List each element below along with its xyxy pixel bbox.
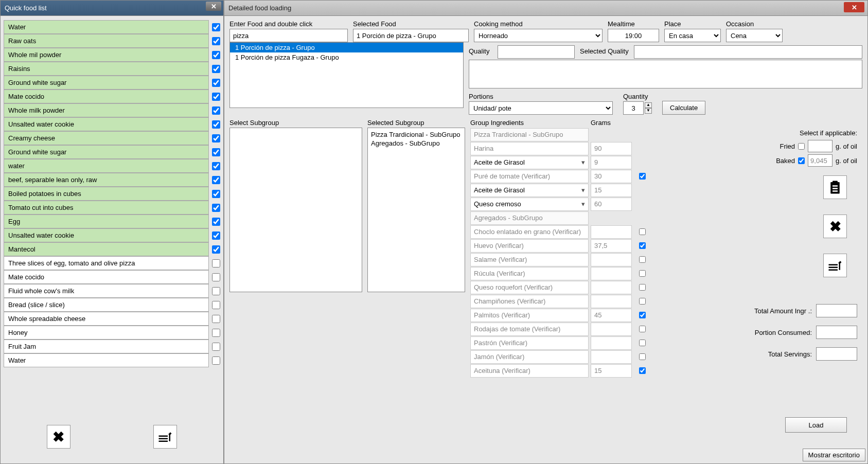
search-results-list[interactable]: 1 Porción de pizza - Grupo1 Porción de p… (229, 42, 464, 108)
select-subgroup-list[interactable] (229, 128, 362, 292)
clear-button[interactable] (823, 254, 847, 277)
food-item[interactable]: Raw oats (4, 34, 209, 48)
delete-button[interactable]: ✖ (47, 425, 70, 449)
search-result-item[interactable]: 1 Porción de pizza Fugaza - Grupo (230, 52, 463, 62)
cooking-select[interactable]: Horneado (474, 29, 603, 42)
food-item[interactable]: Water (4, 353, 209, 367)
food-checkbox[interactable] (212, 329, 220, 337)
food-checkbox[interactable] (212, 23, 220, 31)
food-item[interactable]: Whole milk powder (4, 103, 209, 117)
food-checkbox[interactable] (212, 93, 220, 101)
portion-consumed-field[interactable] (816, 326, 857, 339)
quantity-stepper[interactable] (623, 101, 644, 115)
ingredient-checkbox[interactable] (639, 367, 646, 374)
food-checkbox[interactable] (212, 106, 220, 115)
food-checkbox[interactable] (212, 148, 220, 156)
food-item[interactable]: Honey (4, 326, 209, 340)
food-checkbox[interactable] (212, 231, 220, 240)
food-checkbox[interactable] (212, 218, 220, 226)
food-item[interactable]: Creamy cheese (4, 131, 209, 145)
food-checkbox[interactable] (212, 343, 220, 351)
fried-checkbox[interactable] (798, 143, 805, 150)
show-desktop-button[interactable]: Mostrar escritorio (803, 449, 865, 461)
food-item[interactable]: Fruit Jam (4, 340, 209, 353)
ingredient-grams[interactable] (591, 336, 632, 350)
food-checkbox[interactable] (212, 51, 220, 59)
food-checkbox[interactable] (212, 65, 220, 73)
food-checkbox[interactable] (212, 245, 220, 254)
remove-button[interactable]: ✖ (823, 215, 847, 238)
food-item[interactable]: beef, separable lean only, raw (4, 173, 209, 187)
ingredient-checkbox[interactable] (639, 312, 646, 318)
ingredient-checkbox[interactable] (639, 284, 646, 291)
ingredient-grams[interactable] (591, 253, 632, 266)
food-checkbox[interactable] (212, 162, 220, 170)
food-checkbox[interactable] (212, 120, 220, 129)
ingredient-checkbox[interactable] (639, 340, 646, 346)
total-amount-field[interactable] (816, 304, 857, 317)
subgroup-item[interactable]: Agregados - SubGrupo (371, 139, 462, 148)
food-item[interactable]: Mate cocido (4, 270, 209, 284)
search-input[interactable] (229, 29, 348, 42)
ingredient-grams[interactable]: 90 (591, 142, 632, 155)
close-icon[interactable]: ✕ (206, 2, 221, 11)
load-button[interactable]: Load (785, 417, 847, 433)
food-item[interactable]: Whole mil powder (4, 48, 209, 62)
ingredient-checkbox[interactable] (639, 326, 646, 332)
food-checkbox[interactable] (212, 356, 220, 365)
food-item[interactable]: Bread (slice / slice) (4, 298, 209, 312)
ingredient-grams[interactable]: 15 (591, 184, 632, 197)
fried-oil-input[interactable] (808, 140, 832, 152)
mealtime-field[interactable] (608, 29, 659, 42)
occasion-select[interactable]: Cena (726, 29, 783, 42)
close-icon[interactable]: ✕ (844, 2, 864, 12)
calculate-button[interactable]: Calculate (662, 101, 705, 115)
ingredient-checkbox[interactable] (639, 173, 646, 180)
food-checkbox[interactable] (212, 190, 220, 198)
food-item[interactable]: Boiled potatoes in cubes (4, 187, 209, 201)
ingredient-checkbox[interactable] (639, 270, 646, 277)
food-item[interactable]: Unsalted water cookie (4, 228, 209, 242)
food-checkbox[interactable] (212, 204, 220, 212)
selected-food-field[interactable] (353, 29, 469, 42)
food-checkbox[interactable] (212, 301, 220, 309)
food-item[interactable]: Fluid whole cow's milk (4, 284, 209, 298)
food-item[interactable]: Egg (4, 215, 209, 228)
food-item[interactable]: Mate cocido (4, 90, 209, 103)
clipboard-button[interactable] (823, 175, 847, 199)
baked-checkbox[interactable] (798, 157, 805, 164)
food-item[interactable]: Ground white sugar (4, 145, 209, 159)
food-item[interactable]: Mantecol (4, 242, 209, 256)
ingredient-checkbox[interactable] (639, 228, 646, 235)
selected-subgroup-list[interactable]: Pizza Trardicional - SubGrupoAgregados -… (367, 128, 465, 292)
ingredient-grams[interactable]: 60 (591, 198, 632, 211)
food-checkbox[interactable] (212, 37, 220, 45)
ingredient-checkbox[interactable] (639, 242, 646, 249)
ingredient-grams[interactable]: 9 (591, 156, 632, 169)
food-item[interactable]: Tomato cut into cubes (4, 201, 209, 215)
spin-down-button[interactable]: ▼ (645, 108, 652, 114)
food-checkbox[interactable] (212, 134, 220, 142)
food-checkbox[interactable] (212, 79, 220, 87)
ingredient-grams[interactable] (591, 295, 632, 308)
ingredient-grams[interactable] (591, 323, 632, 336)
food-checkbox[interactable] (212, 176, 220, 184)
ingredient-grams[interactable]: 30 (591, 170, 632, 183)
food-item[interactable]: Three slices of egg, tomato and olive pi… (4, 256, 209, 270)
place-select[interactable]: En casa (664, 29, 721, 42)
food-checkbox[interactable] (212, 287, 220, 295)
ingredient-checkbox[interactable] (639, 298, 646, 305)
ingredient-checkbox[interactable] (639, 256, 646, 263)
sel-quality-field[interactable] (634, 45, 862, 59)
ingredient-grams[interactable]: 45 (591, 309, 632, 322)
food-checkbox[interactable] (212, 259, 220, 267)
ingredient-grams[interactable] (591, 267, 632, 280)
spin-up-button[interactable]: ▲ (645, 102, 652, 108)
subgroup-item[interactable]: Pizza Trardicional - SubGrupo (371, 130, 462, 139)
food-item[interactable]: Ground white sugar (4, 76, 209, 90)
ingredient-checkbox[interactable] (639, 353, 646, 360)
clear-list-button[interactable] (153, 425, 177, 449)
food-item[interactable]: Unsalted water cookie (4, 117, 209, 131)
ingredient-grams[interactable] (591, 350, 632, 364)
food-item[interactable]: Whole spreadable cheese (4, 312, 209, 326)
